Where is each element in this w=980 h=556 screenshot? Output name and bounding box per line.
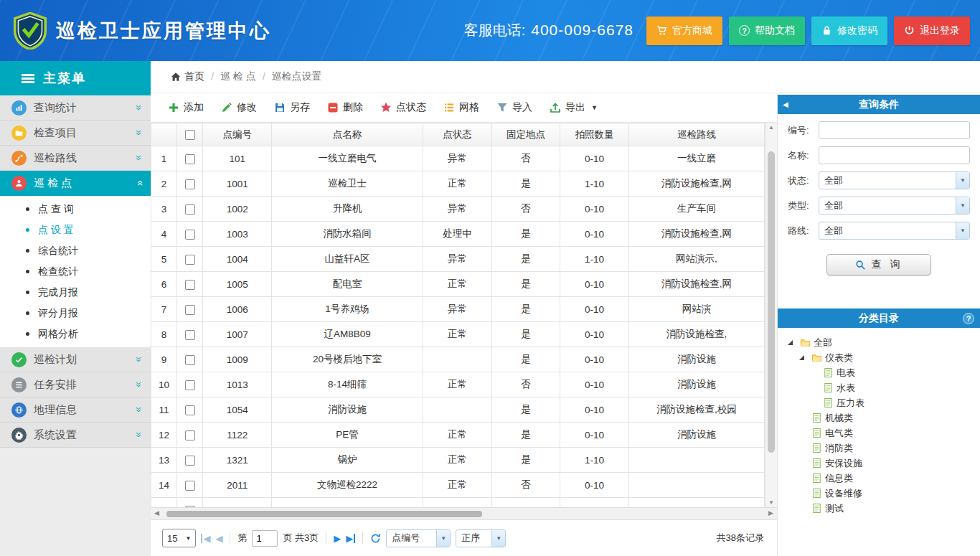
row-checkbox[interactable] (185, 204, 195, 215)
row-checkbox[interactable] (185, 355, 195, 365)
page-size-select[interactable]: 15 ▼ (162, 529, 196, 547)
sidebar-item-task-arrange[interactable]: 任务安排» (0, 372, 151, 397)
vertical-scrollbar[interactable]: ▲ ▼ (765, 123, 777, 507)
tree-node-security[interactable]: 安保设施 (788, 456, 976, 471)
refresh-button[interactable] (370, 533, 381, 544)
table-row[interactable]: 41003消防水箱间处理中是0-10消防设施检查,网 (151, 222, 765, 247)
type-select[interactable]: 全部▼ (819, 197, 970, 215)
next-page-button[interactable]: ▶ (334, 534, 341, 543)
column-header[interactable]: 巡检路线 (628, 123, 764, 146)
submenu-item-grid-analysis[interactable]: 网格分析 (0, 324, 151, 344)
row-checkbox[interactable] (185, 154, 195, 164)
shop-button[interactable]: 官方商城 (646, 17, 722, 45)
logout-button[interactable]: 退出登录 (894, 17, 970, 45)
collapse-panel-icon[interactable]: ◀ (783, 100, 788, 108)
column-header[interactable]: 点编号 (203, 123, 272, 146)
table-row[interactable]: 15 (151, 498, 765, 509)
table-row[interactable]: 121122PE管正常是0-10消防设施 (151, 423, 765, 448)
submenu-item-check-stats[interactable]: 检查统计 (0, 261, 151, 282)
row-checkbox[interactable] (185, 330, 195, 340)
tree-node-meters[interactable]: 仪表类 (788, 350, 976, 365)
prev-page-button[interactable]: ◀ (215, 534, 222, 543)
row-checkbox[interactable] (185, 481, 195, 491)
horizontal-scrollbar-thumb[interactable] (166, 511, 482, 517)
sidebar-item-system-settings[interactable]: 系统设置» (0, 423, 151, 448)
column-header[interactable]: 点名称 (271, 123, 423, 146)
table-row[interactable]: 61005配电室正常是0-10消防设施检查,网 (151, 272, 765, 297)
sidebar-item-query-stats[interactable]: 查询统计» (0, 95, 151, 121)
sidebar-item-inspection-routes[interactable]: 巡检路线» (0, 146, 151, 171)
page-number-input[interactable] (252, 530, 278, 547)
table-row[interactable]: 31002升降机异常否0-10生产车间 (151, 197, 765, 222)
submenu-item-monthly-score[interactable]: 评分月报 (0, 303, 151, 324)
tree-node-all[interactable]: 全部 (788, 335, 976, 350)
column-header[interactable]: 固定地点 (491, 123, 560, 146)
name-input[interactable] (819, 146, 970, 164)
point-status-button[interactable]: 点状态 (373, 97, 433, 118)
sidebar-item-geo-info[interactable]: 地理信息» (0, 397, 151, 423)
scroll-up-icon[interactable]: ▲ (765, 124, 777, 131)
expander-icon[interactable] (788, 340, 797, 345)
help-icon[interactable]: ? (963, 313, 974, 324)
row-checkbox[interactable] (185, 280, 195, 290)
submenu-item-comprehensive-stats[interactable]: 综合统计 (0, 240, 151, 261)
table-row[interactable]: 1010138-14细筛正常否0-10消防设施 (151, 372, 765, 397)
table-row[interactable]: 1101一线立磨电气异常否0-10一线立磨 (151, 146, 765, 171)
table-row[interactable]: 21001巡检卫士正常是1-10消防设施检查,网 (151, 171, 765, 197)
status-select[interactable]: 全部▼ (819, 171, 970, 189)
breadcrumb-item[interactable]: 巡检点设置 (272, 70, 322, 83)
scroll-right-icon[interactable]: ▶ (768, 509, 773, 517)
row-checkbox[interactable] (185, 305, 195, 315)
tree-node-test[interactable]: 测试 (788, 501, 976, 516)
scroll-left-icon[interactable]: ◀ (154, 509, 159, 517)
sidebar-item-check-items[interactable]: 检查项目» (0, 121, 151, 146)
row-checkbox[interactable] (185, 179, 195, 189)
table-row[interactable]: 710061号养鸡场异常是0-10网站演 (151, 297, 765, 322)
tree-node-maintenance[interactable]: 设备维修 (788, 486, 976, 501)
row-checkbox[interactable] (185, 255, 195, 265)
route-select[interactable]: 全部▼ (819, 222, 970, 240)
submenu-item-monthly-complete[interactable]: 完成月报 (0, 282, 151, 303)
grid-button[interactable]: 网格 (436, 97, 486, 118)
help-docs-button[interactable]: ?帮助文档 (729, 17, 805, 45)
table-row[interactable]: 131321锅炉正常是1-10 (151, 448, 765, 473)
vertical-scrollbar-thumb[interactable] (768, 151, 775, 453)
add-button[interactable]: 添加 (161, 97, 211, 118)
breadcrumb-item[interactable]: 巡 检 点 (220, 70, 256, 83)
tree-node-electrical[interactable]: 电气类 (788, 425, 976, 440)
column-header[interactable]: 点状态 (423, 123, 492, 146)
tree-node-fire[interactable]: 消防类 (788, 440, 976, 456)
column-header[interactable]: 拍照数量 (560, 123, 629, 146)
last-page-button[interactable]: ▶ (346, 534, 355, 543)
table-row[interactable]: 142011文物巡检2222正常否0-10 (151, 473, 765, 498)
import-button[interactable]: 导入 (489, 97, 540, 118)
tree-node-water-meter[interactable]: 水表 (788, 380, 976, 395)
table-row[interactable]: 51004山益轩A区异常是1-10网站演示, (151, 247, 765, 272)
table-row[interactable]: 81007辽AM8B09正常是0-10消防设施检查, (151, 322, 765, 347)
tree-node-info[interactable]: 信息类 (788, 471, 976, 486)
row-checkbox[interactable] (185, 405, 195, 415)
table-row[interactable]: 9100920号楼后地下室是0-10消防设施 (151, 347, 765, 372)
export-button[interactable]: 导出▼ (542, 97, 605, 118)
sidebar-item-inspection-points[interactable]: 巡 检 点» (0, 171, 151, 196)
breadcrumb-item[interactable]: 首页 (171, 70, 204, 83)
select-all-checkbox[interactable] (185, 130, 195, 140)
row-checkbox[interactable] (185, 430, 195, 440)
edit-button[interactable]: 修改 (214, 97, 264, 118)
search-button[interactable]: 查 询 (826, 254, 931, 275)
sort-order-select[interactable]: 正序 ▼ (456, 529, 506, 547)
table-row[interactable]: 111054消防设施是0-10消防设施检查,校园 (151, 397, 765, 423)
submenu-item-point-query[interactable]: 点 查 询 (0, 199, 151, 220)
submenu-item-point-setting[interactable]: 点 设 置 (0, 220, 151, 240)
delete-button[interactable]: 删除 (320, 97, 370, 118)
tree-node-elec-meter[interactable]: 电表 (788, 365, 976, 380)
expander-icon[interactable] (799, 355, 809, 360)
tree-node-pressure[interactable]: 压力表 (788, 395, 976, 410)
row-checkbox[interactable] (185, 230, 195, 240)
row-checkbox[interactable] (185, 456, 195, 466)
tree-node-machinery[interactable]: 机械类 (788, 410, 976, 425)
first-page-button[interactable]: ◀ (201, 534, 210, 543)
sidebar-item-inspection-plan[interactable]: 巡检计划» (0, 347, 151, 372)
row-checkbox[interactable] (185, 380, 195, 390)
change-password-button[interactable]: 修改密码 (811, 17, 887, 45)
